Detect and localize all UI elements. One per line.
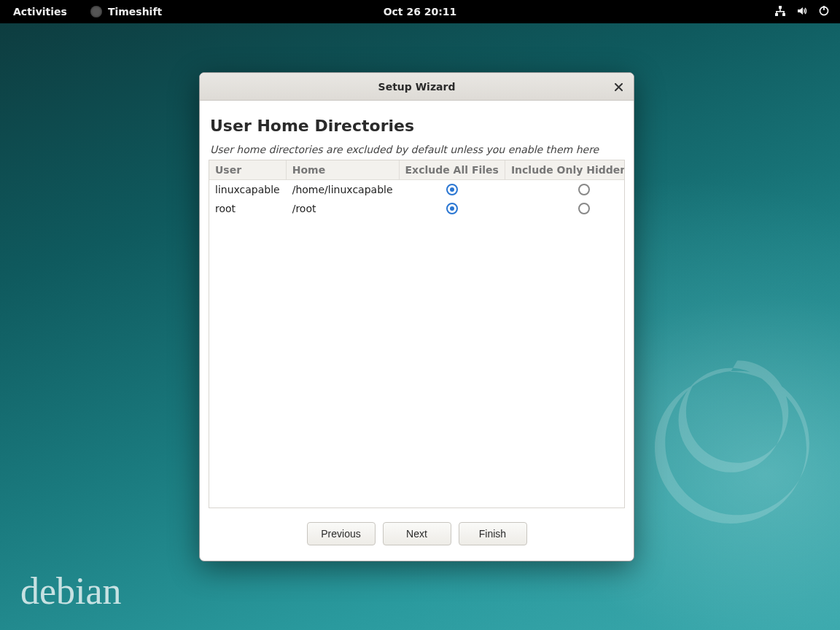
radio-hidden[interactable]	[578, 184, 590, 195]
close-button[interactable]	[609, 77, 628, 96]
page-subtext: User home directories are excluded by de…	[210, 144, 623, 155]
radio-exclude[interactable]	[446, 203, 458, 214]
table-row: root/root	[209, 199, 625, 218]
volume-icon[interactable]	[796, 5, 808, 19]
previous-button[interactable]: Previous	[307, 522, 376, 545]
dialog-title: Setup Wizard	[378, 81, 456, 93]
svg-rect-4	[776, 11, 785, 12]
debian-swirl-decoration	[636, 353, 825, 542]
cell-user: linuxcapable	[209, 180, 286, 199]
gnome-top-bar: Activities Timeshift Oct 26 20:11	[0, 0, 840, 23]
cell-user: root	[209, 199, 286, 218]
page-heading: User Home Directories	[210, 117, 623, 135]
svg-rect-0	[779, 6, 782, 9]
debian-wordmark: debian	[20, 569, 122, 612]
svg-rect-5	[776, 11, 777, 13]
dialog-titlebar: Setup Wizard	[200, 73, 634, 101]
timeshift-app-icon	[90, 6, 102, 18]
col-hidden[interactable]: Include Only Hidden Files	[505, 160, 625, 180]
cell-home: /home/linuxcapable	[286, 180, 399, 199]
radio-exclude[interactable]	[446, 184, 458, 195]
cell-home: /root	[286, 199, 399, 218]
svg-rect-6	[783, 11, 785, 13]
radio-hidden[interactable]	[578, 203, 590, 214]
users-table: User Home Exclude All Files Include Only…	[209, 160, 625, 218]
table-row: linuxcapable/home/linuxcapable	[209, 180, 625, 199]
next-button[interactable]: Next	[383, 522, 451, 545]
app-menu[interactable]: Timeshift	[90, 6, 162, 18]
power-icon[interactable]	[818, 5, 830, 19]
app-menu-label: Timeshift	[108, 6, 162, 18]
clock[interactable]: Oct 26 20:11	[384, 6, 457, 18]
activities-button[interactable]: Activities	[13, 6, 67, 18]
close-icon	[615, 83, 623, 91]
setup-wizard-dialog: Setup Wizard User Home Directories User …	[199, 72, 634, 561]
finish-button[interactable]: Finish	[459, 522, 527, 545]
users-table-container: User Home Exclude All Files Include Only…	[209, 160, 625, 508]
network-icon[interactable]	[774, 5, 786, 19]
col-home[interactable]: Home	[286, 160, 399, 180]
svg-rect-8	[823, 6, 825, 10]
col-user[interactable]: User	[209, 160, 286, 180]
svg-rect-1	[775, 13, 778, 16]
col-exclude[interactable]: Exclude All Files	[399, 160, 505, 180]
dialog-footer: Previous Next Finish	[200, 514, 634, 561]
svg-rect-2	[782, 13, 785, 16]
